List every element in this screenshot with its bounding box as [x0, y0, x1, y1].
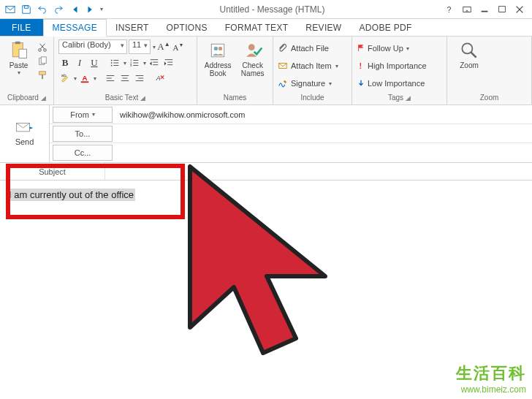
svg-text:A: A: [83, 74, 88, 82]
title-bar: ▾ Untitled - Message (HTML) ?: [0, 0, 532, 19]
ribbon: Paste ▾ Clipboard◢ Calibri (Body) 11 ▾ A…: [0, 37, 532, 105]
font-size-select[interactable]: 11: [129, 39, 151, 54]
svg-point-21: [111, 62, 113, 64]
previous-icon[interactable]: [67, 2, 82, 17]
font-color-icon[interactable]: A: [78, 72, 91, 85]
redo-icon[interactable]: [51, 2, 66, 17]
from-button[interactable]: From▾: [53, 107, 113, 123]
group-tags-label: Tags: [388, 94, 403, 102]
align-right-icon[interactable]: [133, 72, 146, 85]
group-basictext-label: Basic Text: [105, 94, 138, 102]
svg-rect-16: [41, 57, 46, 64]
copy-icon[interactable]: [36, 55, 49, 68]
send-button[interactable]: Send: [0, 105, 50, 162]
ribbon-tabs: FILE MESSAGE INSERT OPTIONS FORMAT TEXT …: [0, 19, 532, 37]
decrease-indent-icon[interactable]: [148, 56, 161, 69]
to-row: To...: [50, 124, 532, 143]
svg-point-12: [44, 49, 47, 52]
zoom-button[interactable]: Zoom: [452, 38, 487, 69]
to-button[interactable]: To...: [53, 126, 113, 142]
window-controls: ?: [441, 2, 532, 17]
align-left-icon[interactable]: [104, 72, 117, 85]
undo-icon[interactable]: [35, 2, 50, 17]
from-row: From▾ wikihow@wikihow.onmicrosoft.com: [50, 105, 532, 124]
clear-formatting-icon[interactable]: A: [153, 72, 167, 85]
svg-point-23: [111, 65, 113, 66]
attach-file-button[interactable]: Attach File: [278, 41, 338, 56]
svg-rect-10: [19, 49, 27, 58]
check-names-button[interactable]: Check Names: [237, 38, 268, 77]
bold-button[interactable]: B: [58, 57, 72, 69]
tab-format-text[interactable]: FORMAT TEXT: [216, 19, 297, 36]
message-body[interactable]: I am currently out of the office: [0, 180, 532, 209]
svg-rect-9: [15, 42, 20, 45]
paste-button[interactable]: Paste ▾: [4, 38, 33, 77]
subject-label: Subject: [0, 163, 105, 180]
watermark-url: www.bimeiz.com: [456, 384, 526, 395]
signature-button[interactable]: Signature▾: [278, 76, 338, 91]
tab-review[interactable]: REVIEW: [297, 19, 350, 36]
address-book-button[interactable]: Address Book: [202, 38, 234, 77]
high-importance-button[interactable]: ! High Importance: [357, 58, 427, 73]
group-basic-text: Calibri (Body) 11 ▾ A▲ A▼ B I U ▾ 123 ▾: [54, 37, 197, 104]
svg-point-53: [248, 44, 255, 50]
signature-label: Signature: [291, 79, 325, 88]
svg-text:!: !: [359, 61, 362, 70]
highlight-icon[interactable]: ab: [58, 72, 72, 85]
underline-button[interactable]: U: [88, 57, 101, 69]
ribbon-display-icon[interactable]: [459, 2, 475, 17]
group-zoom-label: Zoom: [480, 94, 499, 102]
group-tags: Follow Up▾ ! High Importance Low Importa…: [352, 37, 447, 104]
italic-button[interactable]: I: [73, 57, 86, 69]
shrink-font-icon[interactable]: A▼: [172, 42, 185, 52]
align-center-icon[interactable]: [118, 72, 132, 85]
tab-message[interactable]: MESSAGE: [43, 19, 107, 37]
cc-row: Cc...: [50, 143, 532, 162]
body-text: I am currently out of the office: [7, 189, 135, 201]
cut-icon[interactable]: [36, 41, 49, 54]
svg-text:A: A: [156, 75, 161, 82]
follow-up-button[interactable]: Follow Up▾: [357, 41, 427, 56]
group-include-label: Include: [300, 94, 324, 102]
tab-insert[interactable]: INSERT: [107, 19, 158, 36]
follow-up-label: Follow Up: [368, 44, 403, 53]
tab-file[interactable]: FILE: [0, 19, 43, 36]
attach-item-button[interactable]: Attach Item▾: [278, 58, 338, 73]
dialog-launcher-icon[interactable]: ◢: [140, 94, 145, 102]
dialog-launcher-icon[interactable]: ◢: [41, 94, 46, 102]
paste-label: Paste: [10, 61, 28, 69]
increase-indent-icon[interactable]: [162, 56, 175, 69]
font-name-select[interactable]: Calibri (Body): [58, 39, 127, 54]
numbering-icon[interactable]: 123: [128, 56, 141, 69]
cc-button[interactable]: Cc...: [53, 145, 113, 161]
svg-point-19: [111, 60, 113, 61]
svg-point-52: [218, 47, 222, 50]
address-book-label: Address Book: [202, 61, 234, 77]
grow-font-icon[interactable]: A▲: [157, 41, 170, 53]
window-title: Untitled - Message (HTML): [103, 4, 441, 15]
tab-adobe-pdf[interactable]: ADOBE PDF: [350, 19, 420, 36]
svg-line-13: [40, 44, 45, 49]
format-painter-icon[interactable]: [36, 69, 49, 82]
help-icon[interactable]: ?: [441, 2, 457, 17]
group-clipboard: Paste ▾ Clipboard◢: [0, 37, 54, 104]
dialog-launcher-icon[interactable]: ◢: [406, 94, 411, 102]
quick-access-toolbar: ▾: [0, 2, 103, 17]
group-clipboard-label: Clipboard: [7, 94, 39, 102]
watermark: 生活百科 www.bimeiz.com: [456, 362, 526, 395]
bullets-icon[interactable]: [108, 56, 121, 69]
save-icon[interactable]: [19, 2, 34, 17]
next-icon[interactable]: [83, 2, 98, 17]
app-icon[interactable]: [3, 2, 18, 17]
svg-text:ab: ab: [61, 73, 66, 77]
send-label: Send: [15, 137, 34, 146]
high-importance-label: High Importance: [368, 61, 427, 70]
minimize-icon[interactable]: [476, 2, 493, 17]
tab-options[interactable]: OPTIONS: [158, 19, 216, 36]
maximize-icon[interactable]: [494, 2, 510, 17]
low-importance-button[interactable]: Low Importance: [357, 76, 427, 91]
close-icon[interactable]: [512, 2, 528, 17]
check-names-label: Check Names: [237, 61, 268, 77]
from-value: wikihow@wikihow.onmicrosoft.com: [115, 110, 532, 119]
group-names: Address Book Check Names Names: [197, 37, 273, 104]
